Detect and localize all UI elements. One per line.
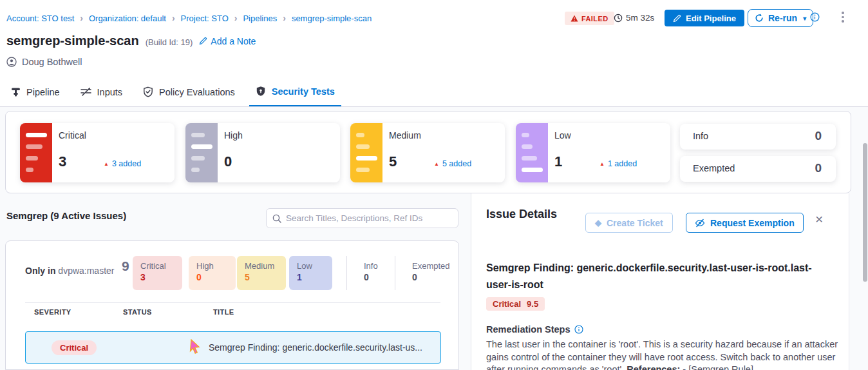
add-note-button[interactable]: Add a Note (199, 36, 256, 46)
finding-severity-label: Critical (493, 299, 521, 309)
chevron-right-icon: › (172, 13, 175, 23)
status-badge-failed: FAILED (565, 12, 614, 25)
severity-card-high: High 0 ▲ (185, 123, 340, 182)
finding-title: Semgrep Finding: generic.dockerfile.secu… (486, 260, 832, 293)
severity-card-value: 1 (554, 153, 562, 170)
severity-card-label: Low (554, 130, 571, 141)
rerun-label: Re-run (768, 13, 797, 23)
severity-card-value: 0 (224, 153, 232, 170)
chip-label: High (196, 261, 228, 271)
triangle-up-icon: ▲ (104, 161, 109, 167)
filter-chip-medium[interactable]: Medium 5 (237, 256, 286, 290)
issues-total-count: 9 (122, 258, 129, 274)
chip-value: 3 (140, 272, 175, 282)
kebab-menu-icon[interactable] (838, 12, 847, 23)
remediation-heading: Remediation Steps (486, 324, 583, 335)
info-circle-icon[interactable] (810, 12, 820, 24)
tab-label: Security Tests (272, 86, 335, 97)
filter-chip-low[interactable]: Low 1 (289, 256, 332, 290)
high-severity-gauge-icon (185, 123, 218, 182)
pipeline-icon (11, 87, 21, 97)
vertical-scrollbar-thumb[interactable] (863, 143, 867, 282)
issue-details-heading: Issue Details (486, 208, 557, 221)
chip-value: 1 (297, 272, 325, 282)
status-badge-label: FAILED (581, 15, 609, 23)
filter-chip-info[interactable]: Info 0 (356, 256, 386, 290)
issues-table-panel: Only in dvpwa:master 9 Critical 3 High 0… (5, 240, 459, 370)
chip-label: Medium (245, 261, 278, 271)
edit-pipeline-label: Edit Pipeline (686, 14, 736, 23)
chip-value: 0 (412, 272, 450, 282)
filter-chip-critical[interactable]: Critical 3 (133, 256, 182, 290)
column-header-title: TITLE (213, 308, 234, 316)
severity-card-label: High (224, 130, 243, 141)
breadcrumb-project[interactable]: Project: STO (181, 14, 229, 23)
create-ticket-button[interactable]: ◆ Create Ticket (585, 213, 673, 233)
note-pencil-icon (199, 37, 207, 45)
info-card-value: 0 (815, 129, 822, 143)
finding-severity-badge: Critical 9.5 (486, 297, 545, 311)
breadcrumb-organization[interactable]: Organization: default (89, 14, 166, 23)
inputs-icon (80, 87, 91, 97)
exempted-summary-card: Exempted 0 (680, 156, 836, 182)
severity-card-label: Medium (389, 130, 421, 141)
severity-card-low: Low 1 ▲ 1 added (516, 123, 670, 182)
issues-search-box (266, 208, 458, 228)
filter-chip-high[interactable]: High 0 (189, 256, 236, 290)
rerun-button[interactable]: Re-run ▾ (748, 9, 813, 27)
severity-delta: ▲ 5 added (434, 159, 471, 168)
severity-card-value: 3 (59, 153, 66, 170)
references-text: - [Semgrep Rule] (680, 364, 753, 370)
search-input[interactable] (286, 213, 452, 223)
user-avatar-icon (6, 57, 17, 67)
tab-label: Inputs (97, 87, 123, 97)
issues-panel-heading: Semgrep (9 Active Issues) (6, 210, 126, 221)
breadcrumb-pipelines[interactable]: Pipelines (243, 14, 277, 23)
close-icon[interactable]: × (815, 212, 823, 226)
severity-delta-label: 3 added (112, 159, 141, 168)
filter-chip-exempted[interactable]: Exempted 0 (404, 256, 458, 290)
exempted-card-label: Exempted (693, 163, 735, 173)
page-header: Account: STO test› Organization: default… (0, 0, 868, 77)
tab-label: Pipeline (26, 87, 60, 97)
chip-label: Low (297, 261, 325, 271)
chip-value: 5 (245, 272, 278, 282)
severity-pill: Critical (52, 340, 97, 355)
chip-label: Critical (140, 261, 175, 271)
info-circle-icon[interactable] (574, 325, 583, 334)
severity-card-label: Critical (59, 130, 86, 141)
tab-security-tests[interactable]: Security Tests (249, 77, 341, 106)
severity-overview-panel: Critical 3 ▲ 3 added High 0 ▲ Medium 5 (5, 111, 851, 193)
severity-delta-label: 5 added (442, 159, 471, 168)
tab-label: Policy Evaluations (159, 87, 235, 97)
scope-label: Only in dvpwa:master (25, 266, 115, 276)
tab-inputs[interactable]: Inputs (74, 77, 129, 106)
tab-policy-evaluations[interactable]: Policy Evaluations (137, 77, 241, 106)
finding-severity-score: 9.5 (527, 299, 538, 309)
breadcrumb-account[interactable]: Account: STO test (6, 14, 74, 23)
breadcrumb-current-pipeline[interactable]: semgrep-simple-scan (292, 14, 372, 23)
triangle-up-icon: ▲ (599, 161, 605, 167)
chevron-down-icon[interactable]: ▾ (803, 15, 806, 22)
user-name: Doug Bothwell (22, 57, 82, 67)
chip-value: 0 (196, 272, 228, 282)
edit-pipeline-button[interactable]: Edit Pipeline (665, 10, 744, 26)
table-row-selected-issue[interactable]: Critical Semgrep Finding: generic.docker… (25, 331, 441, 364)
security-tests-content: Critical 3 ▲ 3 added High 0 ▲ Medium 5 (0, 107, 868, 370)
tab-pipeline[interactable]: Pipeline (5, 77, 66, 106)
critical-severity-gauge-icon (20, 123, 52, 182)
severity-card-critical: Critical 3 ▲ 3 added (20, 123, 175, 182)
request-exemption-button[interactable]: Request Exemption (686, 213, 804, 233)
chevron-right-icon: › (283, 13, 286, 23)
divider (25, 302, 440, 303)
page-title: semgrep-simple-scan (6, 34, 139, 48)
duration-label: 5m 32s (626, 13, 654, 23)
medium-severity-gauge-icon (350, 123, 382, 182)
low-severity-gauge-icon (516, 123, 548, 182)
scope-prefix: Only in (25, 266, 55, 276)
diamond-ticket-icon: ◆ (595, 218, 601, 228)
chip-label: Info (364, 261, 378, 271)
build-id-label: (Build Id: 19) (146, 37, 193, 47)
rerun-refresh-icon (755, 14, 764, 23)
info-summary-card: Info 0 (680, 124, 836, 150)
